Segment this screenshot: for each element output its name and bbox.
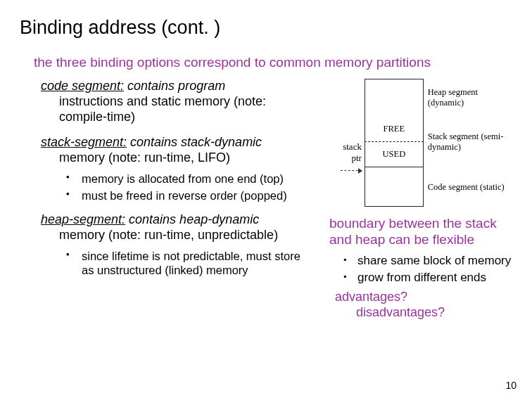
heap-cell — [365, 79, 424, 117]
heap-segment-block: heap-segment: contains heap-dynamic memo… — [20, 212, 315, 277]
boundary-bullet: share same block of memory — [343, 254, 512, 269]
left-column: code segment: contains program instructi… — [20, 79, 315, 321]
stack-segment-desc: memory (note: run-time, LIFO) — [41, 150, 315, 166]
page-number: 10 — [505, 380, 517, 391]
code-segment-desc1: contains program — [124, 79, 225, 93]
heap-label: Heap segment (dynamic) — [428, 79, 512, 117]
code-segment-name: code segment: — [41, 79, 124, 93]
stack-ptr-label: stack ptr — [343, 141, 362, 163]
boundary-bullets: share same block of memory grow from dif… — [322, 254, 512, 285]
code-segment-head: code segment: contains program — [41, 79, 315, 94]
memory-diagram: stack ptr FREE USED Heap segment (dynami… — [322, 79, 512, 207]
heap-segment-desc: memory (note: run-time, unpredictable) — [41, 228, 315, 243]
boundary-bullet: grow from different ends — [343, 271, 512, 285]
heap-segment-head: heap-segment: contains heap-dynamic — [41, 212, 315, 228]
used-cell: USED — [365, 142, 424, 167]
heap-segment-desc1: contains heap-dynamic — [125, 212, 259, 226]
stack-segment-desc1: contains stack-dynamic — [127, 135, 262, 149]
diagram-right-labels: Heap segment (dynamic) Stack segment (se… — [424, 79, 512, 207]
code-label: Code segment (static) — [428, 167, 512, 207]
arrow-icon — [341, 170, 362, 171]
stack-segment-name: stack-segment: — [41, 135, 127, 149]
code-segment-desc: instructions and static memory (note: co… — [41, 94, 315, 125]
heap-segment-name: heap-segment: — [41, 212, 125, 226]
disadvantages-q: disadvantages? — [335, 305, 512, 321]
memory-column: FREE USED — [365, 79, 424, 207]
stack-bullets: memory is allocated from one end (top) m… — [41, 172, 315, 202]
intro-text: the three binding options correspond to … — [20, 54, 512, 70]
heap-bullets: since lifetime is not predictable, must … — [41, 249, 315, 277]
stack-segment-block: stack-segment: contains stack-dynamic me… — [20, 135, 315, 202]
stack-segment-head: stack-segment: contains stack-dynamic — [41, 135, 315, 150]
code-segment-block: code segment: contains program instructi… — [20, 79, 315, 125]
qa-block: advantages? disadvantages? — [322, 290, 512, 321]
boundary-text: boundary between the stack and heap can … — [322, 215, 512, 248]
heap-bullet: since lifetime is not predictable, must … — [66, 249, 315, 277]
code-cell — [365, 167, 424, 207]
right-column: stack ptr FREE USED Heap segment (dynami… — [322, 79, 512, 321]
diagram-left-labels: stack ptr — [332, 79, 365, 175]
free-cell: FREE — [365, 117, 424, 142]
advantages-q: advantages? — [335, 290, 407, 304]
slide-title: Binding address (cont. ) — [20, 17, 512, 39]
content-row: code segment: contains program instructi… — [20, 79, 512, 321]
stack-label: Stack segment (semi-dynamic) — [428, 117, 512, 167]
stack-bullet: must be freed in reverse order (popped) — [66, 188, 315, 202]
stack-bullet: memory is allocated from one end (top) — [66, 172, 315, 186]
